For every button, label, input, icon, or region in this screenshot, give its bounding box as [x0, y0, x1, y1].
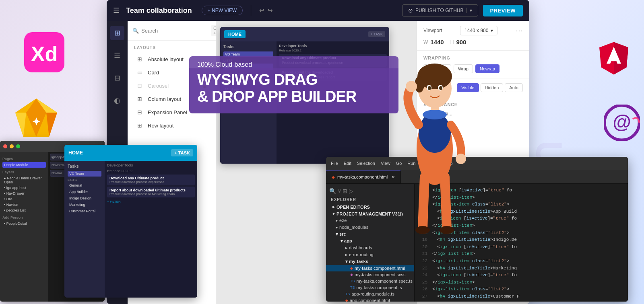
app-html-file[interactable]: ◆ app.component.html — [326, 297, 414, 302]
svg-text:Xd: Xd — [31, 42, 58, 66]
filter-label[interactable]: + FILTER — [107, 200, 195, 203]
active-tab[interactable]: ◆ my-tasks.component.html ✕ — [326, 170, 401, 183]
publish-caret[interactable]: ▾ — [466, 8, 472, 13]
svg-point-21 — [439, 86, 442, 90]
app-folder[interactable]: ▾ app — [326, 238, 414, 244]
layout-column[interactable]: ⊞ Column layout — [129, 92, 214, 105]
people-module-page[interactable]: People Module — [2, 162, 46, 168]
publish-button[interactable]: ⊙ PUBLISH TO GITHUB ▾ — [402, 4, 478, 16]
release-title: Release 2020.2 — [279, 49, 387, 52]
search-input[interactable] — [141, 28, 209, 34]
svg-point-26 — [423, 110, 447, 119]
source-control-icon[interactable]: ⑂ — [338, 188, 341, 194]
code-line-28: 28 <igx-icon [isActive]="true" fo — [419, 300, 623, 302]
sidebar-app-builder[interactable]: App Builder — [223, 71, 273, 78]
app-builder-item[interactable]: App Builder — [68, 189, 101, 195]
lock-icon: 🔒 — [202, 83, 208, 88]
layout-card[interactable]: ▭ Card — [129, 66, 214, 79]
add-task-btn[interactable]: + TASK — [171, 149, 193, 156]
column-layout-icon: ⊞ — [136, 96, 144, 102]
task-2-title: Report about downloaded ultimate product… — [109, 188, 192, 192]
selection-menu[interactable]: Selection — [357, 161, 375, 166]
absolute-layout-label: Absolute layout — [148, 56, 184, 62]
canvas-nav-btn[interactable]: HOME — [224, 30, 246, 38]
run-debug-icon[interactable]: ▷ — [349, 188, 353, 194]
layers-label: Layers — [2, 170, 46, 174]
viewport-more[interactable]: ⋯ — [516, 26, 523, 35]
components-icon[interactable]: ⊞ — [110, 26, 124, 40]
nowrap-btn[interactable]: Nowrap — [475, 64, 500, 73]
topbar-separator — [251, 5, 251, 16]
lists-label: LISTS — [68, 178, 101, 182]
code-line-21: 21 </igx-list-item> — [419, 251, 623, 258]
svg-point-24 — [406, 81, 417, 92]
html-icon: ◆ — [332, 175, 335, 179]
database-icon[interactable]: ⊟ — [110, 71, 124, 85]
html-file[interactable]: ◆ my-tasks.component.html — [326, 265, 414, 271]
spec-file[interactable]: TS my-tasks.component.spec.ts — [326, 278, 414, 284]
layout-row[interactable]: ⊞ Row layout — [129, 119, 214, 132]
routing-file[interactable]: TS app-routing.module.ts — [326, 291, 414, 297]
character-illustration — [394, 36, 475, 237]
vd-team-item[interactable]: VD Team — [68, 171, 101, 177]
window-minimize-dot[interactable] — [10, 144, 14, 148]
preview-button[interactable]: PREVIEW — [483, 5, 523, 16]
layout-expansion[interactable]: ⊟ Expansion Panel — [129, 106, 214, 119]
canvas-main: Developer Tools Release 2020.2 Download … — [277, 41, 389, 164]
svg-rect-11 — [611, 58, 617, 61]
navdrawer[interactable]: • NavDrawer — [2, 191, 46, 196]
canvas-task-2-desc: Product download process report — [282, 75, 384, 79]
dashboards-folder[interactable]: ▸ dashboards — [326, 244, 414, 251]
ts-file[interactable]: TS my-tasks.component.ts — [326, 284, 414, 291]
window-maximize-dot[interactable] — [16, 144, 20, 148]
error-routing-folder[interactable]: ▸ error-routing — [326, 251, 414, 258]
layers-icon[interactable]: ☰ — [110, 48, 124, 63]
canvas-task-1-title: Download any Ultimate product — [282, 56, 384, 60]
layouts-section-header: LAYOUTS — [128, 41, 216, 52]
canvas-add-task[interactable]: + TASK — [368, 31, 385, 37]
layout-absolute[interactable]: ⊞ Absolute layout — [129, 53, 214, 66]
navbar[interactable]: • Navbar — [2, 202, 46, 207]
general-item[interactable]: General — [68, 183, 101, 188]
theme-icon[interactable]: ◐ — [110, 93, 124, 108]
indigo-item[interactable]: Indigo Design — [68, 195, 101, 201]
vd-team-sidebar[interactable]: VD Team — [223, 51, 273, 57]
dev-tools-title: Developer Tools — [279, 44, 387, 48]
sidebar-general[interactable]: General — [223, 64, 273, 70]
canvas-filter[interactable]: + FILTER — [279, 84, 387, 87]
people-home-layer[interactable]: ▸ People Home Drawer Open — [2, 175, 46, 185]
layout-carousel: ⊟ Carousel 🔒 — [129, 79, 214, 92]
extensions-icon[interactable]: ⊞ — [343, 188, 347, 194]
view-menu[interactable]: View — [381, 161, 390, 166]
redo-icon[interactable]: ↪ — [268, 7, 273, 14]
sidebar-customer[interactable]: Customer Portal — [223, 94, 273, 101]
task-2-desc: Product download process to Marketing Te… — [109, 192, 192, 196]
marketing-item[interactable]: Marketing — [68, 202, 101, 207]
ore[interactable]: • Ore — [2, 196, 46, 202]
scss-file[interactable]: ◆ my-tasks.component.scss — [326, 271, 414, 278]
file-menu[interactable]: File — [331, 161, 338, 166]
viewport-select[interactable]: 1440 x 900 ▾ — [460, 26, 497, 35]
people-detail[interactable]: • PeopleDetail — [2, 221, 46, 226]
new-view-button[interactable]: + NEW VIEW — [202, 6, 243, 15]
vscode-titlebar: File Edit Selection View Go Run Terminal… — [326, 157, 628, 170]
search-files-icon[interactable]: 🔍 — [329, 188, 336, 194]
window-close-dot[interactable] — [3, 144, 7, 148]
code-line-23: 23 <h4 igxListLineTitle>Marketing — [419, 265, 623, 272]
sidebar-marketing[interactable]: Marketing — [223, 86, 273, 93]
my-tasks-folder[interactable]: ▾ my-tasks — [326, 258, 414, 265]
overflow-hidden-btn[interactable]: Hidden — [481, 83, 504, 92]
absolute-layout-icon: ⊞ — [136, 56, 144, 62]
add-person-label: Add Person — [2, 216, 46, 220]
igx-app-host[interactable]: • igx-app-host — [2, 185, 46, 191]
edit-menu[interactable]: Edit — [344, 161, 351, 166]
publish-label: PUBLISH TO GITHUB — [415, 8, 464, 13]
row-layout-label: Row layout — [148, 123, 173, 129]
customer-portal-item[interactable]: Customer Portal — [68, 208, 101, 214]
people-list[interactable]: • peoples List — [2, 207, 46, 213]
menu-icon[interactable]: ☰ — [113, 6, 120, 15]
overflow-auto-btn[interactable]: Auto — [505, 83, 523, 92]
undo-icon[interactable]: ↩ — [259, 7, 264, 14]
canvas-task-2: Report about the downloaded Product down… — [279, 68, 387, 81]
sidebar-indigo[interactable]: Indigo Design — [223, 79, 273, 86]
